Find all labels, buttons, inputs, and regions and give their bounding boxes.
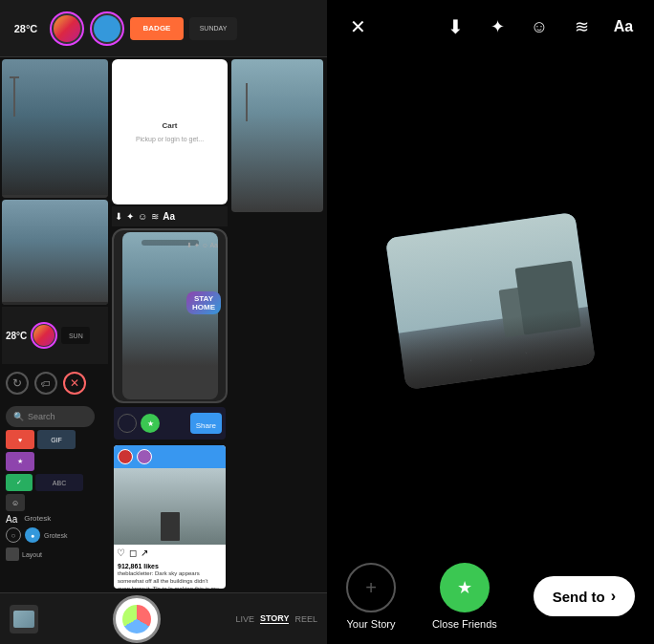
stories-strip: 28°C BADGE SUNDAY bbox=[0, 0, 327, 57]
phone-mockup: ⬇ ✦ ☺ Aa STAY HOME bbox=[112, 228, 228, 403]
phone-header: ⬇ ✦ ☺ Aa bbox=[114, 238, 226, 253]
col-mid-thumbs: Cart Pickup or login to get... ⬇ ✦ ☺ ≋ A… bbox=[110, 57, 229, 592]
close-button[interactable]: ✕ bbox=[342, 11, 373, 42]
close-friends-label: Close Friends bbox=[432, 618, 497, 630]
your-story-option: + Your Story bbox=[346, 563, 396, 630]
stay-home-sticker: STAY HOME bbox=[186, 288, 221, 314]
tag-icon[interactable]: 🏷 bbox=[34, 372, 57, 395]
phone-screen bbox=[122, 232, 218, 399]
temp-label: 28°C bbox=[8, 23, 44, 34]
sticker-item[interactable]: ✓ bbox=[6, 474, 33, 491]
feed-post-preview: ♡ ◻ ↗ 912,861 likes theblackletter: Dark… bbox=[114, 445, 226, 589]
sparkle-button[interactable]: ✦ bbox=[482, 11, 512, 42]
bottom-share: + Your Story ★ Close Friends Send to › bbox=[327, 548, 654, 644]
story-avatar-1[interactable] bbox=[50, 11, 84, 46]
circle-icon[interactable]: ○ bbox=[6, 527, 21, 543]
avatar-inner-1 bbox=[54, 15, 80, 42]
your-story-circle bbox=[118, 414, 137, 433]
story-badge: BADGE bbox=[130, 17, 184, 40]
sticker-item[interactable]: GIF bbox=[37, 430, 76, 449]
gallery-thumb[interactable] bbox=[10, 605, 38, 633]
post-avatar-2 bbox=[137, 449, 152, 464]
your-story-label: Your Story bbox=[347, 618, 396, 630]
share-row-your-story: ★ Share bbox=[118, 411, 222, 436]
font-label: Grotesk bbox=[24, 514, 51, 525]
close-friends-circle[interactable]: ★ bbox=[440, 563, 490, 612]
aa-label: Aa bbox=[6, 514, 17, 525]
post-avatar-1 bbox=[118, 449, 133, 464]
col-right-partial bbox=[229, 57, 325, 592]
story-canvas bbox=[327, 54, 654, 548]
camera-shutter[interactable] bbox=[113, 595, 161, 643]
mid-toolbar: ⬇ ✦ ☺ ≋ Aa bbox=[112, 206, 228, 226]
your-story-circle[interactable]: + bbox=[346, 563, 396, 612]
small-temp: 28°C bbox=[6, 331, 27, 341]
close-friends-dot: ★ bbox=[141, 414, 160, 433]
send-to-arrow-icon: › bbox=[611, 588, 616, 605]
send-to-button[interactable]: Send to › bbox=[534, 576, 635, 616]
camera-shutter-area bbox=[46, 595, 228, 643]
sticker-stay-home: STAY HOME bbox=[186, 291, 221, 314]
audio-button[interactable]: ≋ bbox=[566, 11, 597, 42]
layout-icon-row: Layout bbox=[6, 546, 104, 563]
share-btn[interactable]: Share bbox=[190, 413, 222, 434]
rotated-photo bbox=[385, 212, 596, 390]
grotesk-label: Grotesk bbox=[44, 532, 68, 539]
send-to-label: Send to bbox=[553, 589, 605, 605]
story-avatar-2[interactable] bbox=[90, 11, 124, 46]
badge-text: BADGE bbox=[143, 24, 171, 32]
share-options-panel: ★ Share bbox=[114, 407, 226, 440]
download-button[interactable]: ⬇ bbox=[440, 11, 470, 42]
post-image bbox=[114, 468, 226, 545]
bottom-tools: LIVE STORY REEL bbox=[0, 592, 327, 644]
sticker-item[interactable]: ♥ bbox=[6, 430, 34, 449]
small-avatar bbox=[31, 322, 57, 349]
top-toolbar: ✕ ⬇ ✦ ☺ ≋ Aa bbox=[327, 0, 654, 54]
post-header bbox=[114, 445, 226, 468]
thumb-rain-small[interactable] bbox=[2, 200, 108, 305]
sticker-item[interactable]: ★ bbox=[6, 452, 34, 471]
sticker-item[interactable]: ☺ bbox=[6, 494, 25, 511]
sticker-item[interactable]: ABC bbox=[35, 474, 83, 491]
icon-row: ↻ 🏷 ✕ bbox=[2, 366, 108, 400]
white-card[interactable]: Cart Pickup or login to get... bbox=[112, 59, 228, 204]
small-badge: SUN bbox=[61, 327, 90, 344]
avatar-inner-2 bbox=[94, 15, 120, 42]
circle-filled-icon[interactable]: ● bbox=[25, 527, 40, 543]
white-card-text: Cart Pickup or login to get... bbox=[136, 120, 204, 144]
thumb-rain-large[interactable] bbox=[2, 59, 108, 198]
sticker-row-2: ✓ ABC ☺ bbox=[6, 474, 104, 511]
sticker-row-1: ♥ GIF ★ bbox=[6, 430, 104, 471]
toolbar-icons-right: ⬇ ✦ ☺ ≋ Aa bbox=[440, 11, 639, 42]
search-placeholder: Search bbox=[28, 412, 55, 421]
grid-area: 28°C SUN ↻ 🏷 ✕ bbox=[0, 57, 327, 592]
close-friends-option: ★ Close Friends bbox=[432, 563, 497, 630]
right-rain-thumb[interactable] bbox=[231, 59, 323, 212]
story-sunday: SUNDAY bbox=[189, 17, 237, 40]
refresh-icon[interactable]: ↻ bbox=[6, 372, 29, 395]
left-panel: 28°C BADGE SUNDAY bbox=[0, 0, 327, 644]
thumb-temp-strip: 28°C SUN bbox=[2, 307, 108, 364]
icon-row-2: ○ ● Grotesk bbox=[6, 527, 104, 543]
post-actions: ♡ ◻ ↗ bbox=[114, 545, 226, 561]
sticker-panel: 🔍 Search ♥ GIF ★ ✓ ABC ☺ Aa Grotesk bbox=[2, 402, 108, 567]
text-button[interactable]: Aa bbox=[608, 11, 639, 42]
sticker-button[interactable]: ☺ bbox=[524, 11, 555, 42]
right-panel: ✕ ⬇ ✦ ☺ ≋ Aa bbox=[327, 0, 654, 644]
sticker-search[interactable]: 🔍 Search bbox=[6, 406, 95, 427]
col-left-thumbs: 28°C SUN ↻ 🏷 ✕ bbox=[0, 57, 110, 592]
layout-icon bbox=[6, 547, 19, 561]
post-caption: 912,861 likes theblackletter: Dark sky a… bbox=[114, 561, 226, 589]
mode-labels: LIVE STORY REEL bbox=[235, 613, 317, 624]
close-small-icon[interactable]: ✕ bbox=[63, 372, 86, 395]
sticker-row-3: Aa Grotesk bbox=[6, 514, 104, 525]
